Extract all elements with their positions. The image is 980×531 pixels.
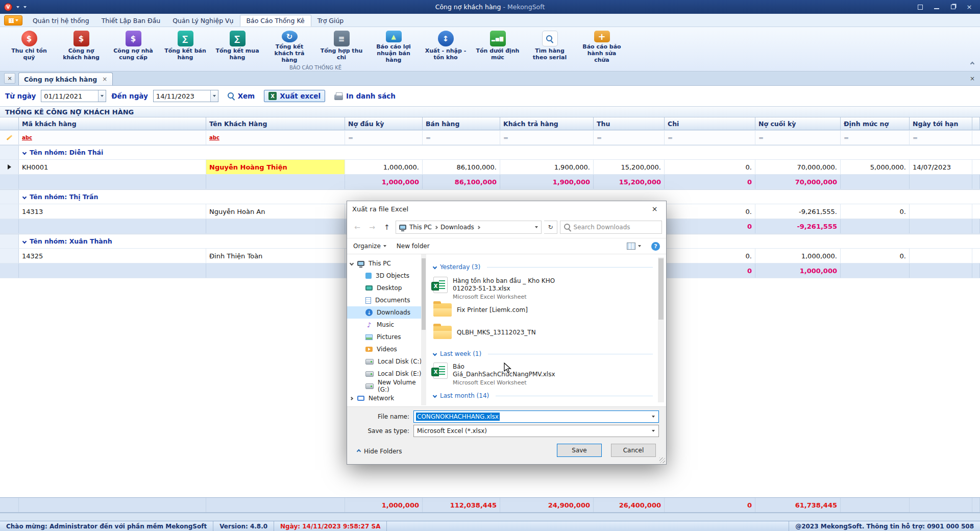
organize-button[interactable]: Organize	[353, 243, 386, 250]
ribbon-button-cong-no-khach-hang[interactable]: Công nợ khách hàng	[55, 28, 107, 65]
column-header-due-date[interactable]: Ngày tới hạn	[910, 117, 972, 130]
column-header-customer-code[interactable]: Mã khách hàng	[19, 117, 206, 130]
ribbon-button-tim-hang-theo-serial[interactable]: Tìm hàng theo serial	[524, 28, 576, 65]
print-list-button[interactable]: In danh sách	[330, 90, 400, 102]
filter-cell-opening-debt[interactable]: =	[345, 131, 423, 144]
menu-tab-quan-tri-he-thong[interactable]: Quản trị hệ thống	[27, 15, 95, 27]
collapse-chevron-icon[interactable]	[22, 195, 27, 199]
ribbon-button-thu-chi-ton-quy[interactable]: Thu chi tồn quỹ	[3, 28, 55, 65]
address-dropdown-icon[interactable]	[535, 226, 538, 228]
sidebar-item-new-volume-g[interactable]: New Volume (G:)	[347, 380, 426, 392]
collapse-chevron-icon[interactable]	[22, 239, 27, 243]
customer-code-cell[interactable]: KH0001	[19, 160, 206, 174]
filter-cell-closing-debt[interactable]: =	[755, 131, 841, 144]
expander-icon[interactable]	[350, 396, 353, 400]
customer-name-cell[interactable]: Nguyễn Hoàng Thiện	[206, 160, 345, 174]
amount-cell[interactable]: 86,100,000.	[423, 160, 500, 174]
filter-cell-payments[interactable]: =	[665, 131, 755, 144]
amount-cell[interactable]: 5,000,000.	[841, 160, 910, 174]
maximize-button[interactable]	[946, 2, 960, 12]
ribbon-button-bao-cao-loi-nhuan[interactable]: Báo cáo lợi nhuận bán hàng	[368, 28, 420, 65]
filter-cell-customer-code[interactable]: abc	[19, 131, 206, 144]
dialog-titlebar[interactable]: Xuất ra file Excel ×	[347, 201, 666, 216]
view-mode-button[interactable]	[627, 243, 641, 250]
ribbon-button-cong-no-nha-cung-cap[interactable]: Công nợ nhà cung cấp	[107, 28, 159, 65]
horizontal-scrollbar[interactable]	[0, 513, 980, 521]
amount-cell[interactable]: 0.	[665, 204, 755, 219]
tab-cong-no-khach-hang[interactable]: Công nợ khách hàng ×	[18, 73, 113, 85]
collapse-chevron-icon[interactable]	[22, 150, 27, 154]
save-button[interactable]: Save	[557, 444, 602, 457]
amount-cell[interactable]: 1,900,000.	[500, 160, 594, 174]
date-cell[interactable]	[910, 249, 972, 263]
save-type-select[interactable]: Microsoft Excel (*.xlsx)	[413, 425, 659, 437]
menu-tab-bao-cao-thong-ke[interactable]: Báo Cáo Thống Kê	[240, 15, 311, 27]
address-folder[interactable]: Downloads	[440, 224, 474, 231]
filter-cell-debt-limit[interactable]: =	[841, 131, 910, 144]
filter-cell-returns[interactable]: =	[500, 131, 594, 144]
filter-cell-due-date[interactable]: =	[910, 131, 972, 144]
fullscreen-button[interactable]	[914, 2, 927, 12]
address-root[interactable]: This PC	[409, 224, 432, 231]
group-row-dien-thai[interactable]: Tên nhóm: Diễn Thái	[0, 145, 980, 160]
ribbon-button-tong-ket-khach-tra-hang[interactable]: Tổng kết khách trả hàng	[263, 28, 315, 65]
sidebar-item-this-pc[interactable]: This PC	[347, 257, 426, 270]
filter-cell-receipts[interactable]: =	[594, 131, 665, 144]
sidebar-item-network[interactable]: Network	[347, 392, 426, 404]
quick-access-caret-icon[interactable]	[16, 6, 19, 8]
date-cell[interactable]: 14/07/2023	[910, 160, 972, 174]
sidebar-item-videos[interactable]: Videos	[347, 343, 426, 355]
new-folder-button[interactable]: New folder	[397, 243, 430, 250]
ribbon-button-ton-duoi-dinh-muc[interactable]: Tồn dưới định mức	[472, 28, 524, 65]
amount-cell[interactable]: -9,261,555.	[755, 204, 841, 219]
cancel-button[interactable]: Cancel	[611, 444, 656, 457]
file-item-excel[interactable]: Báo Giá_DanhSachChucNangPMV.xlsxMicrosof…	[433, 363, 653, 386]
sidebar-item-local-disk-e[interactable]: Local Disk (E:)	[347, 368, 426, 380]
ribbon-button-bao-hanh-sua-chua[interactable]: Báo cáo bảo hành sửa chữa	[576, 28, 628, 65]
sidebar-item-desktop[interactable]: Desktop	[347, 282, 426, 294]
customer-name-cell[interactable]: Đinh Thiện Toàn	[206, 249, 345, 263]
amount-cell[interactable]: 0.	[841, 249, 910, 263]
sidebar-item-3d-objects[interactable]: 3D Objects	[347, 270, 426, 282]
sidebar-item-pictures[interactable]: Pictures	[347, 331, 426, 343]
filter-cell-sales[interactable]: =	[423, 131, 500, 144]
file-group-header-last-month[interactable]: Last month (14)	[433, 390, 653, 401]
export-excel-button[interactable]: Xuất excel	[264, 90, 325, 102]
tabstrip-close-button[interactable]: ×	[970, 75, 975, 82]
dialog-close-button[interactable]: ×	[643, 201, 666, 216]
table-row[interactable]: KH0001 Nguyễn Hoàng Thiện 1,000,000. 86,…	[0, 160, 980, 175]
to-date-input[interactable]	[154, 92, 210, 100]
file-item-excel[interactable]: Hàng tồn kho ban đầu _ Kho KHO 012023-51…	[433, 277, 653, 300]
sidebar-item-music[interactable]: Music	[347, 319, 426, 331]
customer-name-cell[interactable]: Nguyễn Hoàn An	[206, 204, 345, 219]
help-button[interactable]	[651, 242, 660, 251]
amount-cell[interactable]: 0.	[841, 204, 910, 219]
amount-cell[interactable]: 1,000,000.	[345, 160, 423, 174]
ribbon-collapse-button[interactable]	[971, 59, 974, 67]
date-cell[interactable]	[910, 204, 972, 219]
close-button[interactable]: ×	[963, 2, 976, 12]
close-all-tabs-button[interactable]: ×	[4, 73, 15, 84]
sidebar-scrollbar[interactable]	[421, 254, 426, 405]
sidebar-item-documents[interactable]: Documents	[347, 294, 426, 306]
column-header-receipts[interactable]: Thu	[594, 117, 665, 130]
search-input[interactable]	[574, 224, 658, 231]
file-name-input[interactable]: CONGNOKHACHHANG.xlsx	[413, 411, 659, 423]
menu-tab-quan-ly-nghiep-vu[interactable]: Quản Lý Nghiệp Vụ	[166, 15, 239, 27]
ribbon-button-tong-hop-thu-chi[interactable]: Tổng hợp thu chi	[315, 28, 368, 65]
file-group-header-yesterday[interactable]: Yesterday (3)	[433, 261, 653, 273]
column-header-payments[interactable]: Chi	[665, 117, 755, 130]
forward-button[interactable]: →	[366, 221, 378, 233]
up-button[interactable]: ↑	[381, 221, 393, 233]
to-date-dropdown-button[interactable]	[210, 90, 218, 102]
resize-grip[interactable]	[659, 457, 665, 463]
menu-tab-thiet-lap-ban-dau[interactable]: Thiết Lập Ban Đầu	[95, 15, 167, 27]
column-header-customer-name[interactable]: Tên Khách Hàng	[206, 117, 345, 130]
column-header-sales[interactable]: Bán hàng	[423, 117, 500, 130]
column-header-returns[interactable]: Khách trả hàng	[500, 117, 594, 130]
from-date-input[interactable]	[41, 92, 98, 100]
amount-cell[interactable]: 70,000,000.	[755, 160, 841, 174]
refresh-button[interactable]: ↻	[544, 221, 557, 234]
filter-row-indicator[interactable]	[0, 131, 19, 144]
column-header-closing-debt[interactable]: Nợ cuối kỳ	[755, 117, 841, 130]
